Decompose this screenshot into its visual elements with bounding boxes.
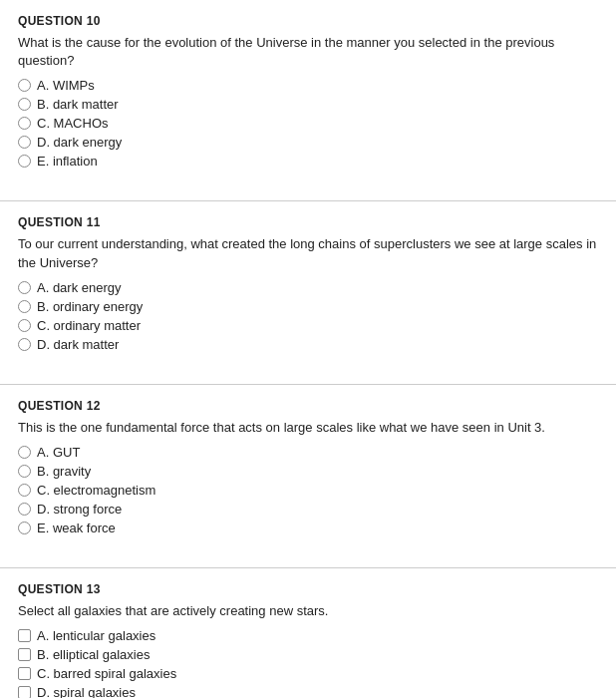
radio-q10d[interactable] bbox=[18, 136, 31, 149]
question-13-block: QUESTION 13 Select all galaxies that are… bbox=[0, 568, 616, 698]
question-13-text: Select all galaxies that are actively cr… bbox=[18, 602, 598, 620]
question-13-label: QUESTION 13 bbox=[18, 582, 598, 596]
option-q11a-label: A. dark energy bbox=[37, 280, 122, 295]
checkbox-q13d[interactable] bbox=[18, 686, 31, 698]
option-q10c-label: C. MACHOs bbox=[37, 116, 109, 131]
question-11-block: QUESTION 11 To our current understanding… bbox=[0, 201, 616, 384]
radio-q12c[interactable] bbox=[18, 484, 31, 497]
option-q13a-label: A. lenticular galaxies bbox=[37, 628, 155, 643]
option-q13d-label: D. spiral galaxies bbox=[37, 685, 136, 698]
question-12-label: QUESTION 12 bbox=[18, 399, 598, 413]
option-q10e-label: E. inflation bbox=[37, 154, 98, 169]
list-item[interactable]: D. strong force bbox=[18, 502, 598, 517]
option-q13c-label: C. barred spiral galaxies bbox=[37, 666, 176, 681]
radio-q11b[interactable] bbox=[18, 300, 31, 313]
list-item[interactable]: B. ordinary energy bbox=[18, 299, 598, 314]
option-q12c-label: C. electromagnetism bbox=[37, 483, 155, 498]
list-item[interactable]: D. dark energy bbox=[18, 135, 598, 150]
question-11-label: QUESTION 11 bbox=[18, 215, 598, 229]
option-q10b-label: B. dark matter bbox=[37, 97, 119, 112]
option-q10a-label: A. WIMPs bbox=[37, 78, 95, 93]
page-container: QUESTION 10 What is the cause for the ev… bbox=[0, 0, 616, 698]
list-item[interactable]: B. gravity bbox=[18, 464, 598, 479]
option-q12b-label: B. gravity bbox=[37, 464, 91, 479]
list-item[interactable]: A. GUT bbox=[18, 445, 598, 460]
list-item[interactable]: E. inflation bbox=[18, 154, 598, 169]
radio-q12b[interactable] bbox=[18, 465, 31, 478]
question-11-text: To our current understanding, what creat… bbox=[18, 235, 598, 271]
radio-q10a[interactable] bbox=[18, 79, 31, 92]
list-item[interactable]: A. lenticular galaxies bbox=[18, 628, 598, 643]
question-10-label: QUESTION 10 bbox=[18, 14, 598, 28]
option-q12d-label: D. strong force bbox=[37, 502, 122, 517]
list-item[interactable]: A. WIMPs bbox=[18, 78, 598, 93]
radio-q10c[interactable] bbox=[18, 117, 31, 130]
checkbox-q13b[interactable] bbox=[18, 648, 31, 661]
option-q12a-label: A. GUT bbox=[37, 445, 80, 460]
list-item[interactable]: D. spiral galaxies bbox=[18, 685, 598, 698]
radio-q12d[interactable] bbox=[18, 503, 31, 516]
option-q11d-label: D. dark matter bbox=[37, 337, 119, 352]
question-10-text: What is the cause for the evolution of t… bbox=[18, 34, 598, 70]
list-item[interactable]: E. weak force bbox=[18, 521, 598, 535]
list-item[interactable]: B. dark matter bbox=[18, 97, 598, 112]
list-item[interactable]: C. MACHOs bbox=[18, 116, 598, 131]
list-item[interactable]: C. electromagnetism bbox=[18, 483, 598, 498]
checkbox-q13c[interactable] bbox=[18, 667, 31, 680]
radio-q10b[interactable] bbox=[18, 98, 31, 111]
list-item[interactable]: C. ordinary matter bbox=[18, 318, 598, 333]
option-q13b-label: B. elliptical galaxies bbox=[37, 647, 150, 662]
list-item[interactable]: A. dark energy bbox=[18, 280, 598, 295]
question-12-block: QUESTION 12 This is the one fundamental … bbox=[0, 385, 616, 568]
list-item[interactable]: B. elliptical galaxies bbox=[18, 647, 598, 662]
radio-q11d[interactable] bbox=[18, 338, 31, 351]
option-q12e-label: E. weak force bbox=[37, 521, 116, 535]
option-q10d-label: D. dark energy bbox=[37, 135, 122, 150]
list-item[interactable]: D. dark matter bbox=[18, 337, 598, 352]
question-12-text: This is the one fundamental force that a… bbox=[18, 419, 598, 437]
radio-q11a[interactable] bbox=[18, 281, 31, 294]
option-q11c-label: C. ordinary matter bbox=[37, 318, 141, 333]
radio-q12e[interactable] bbox=[18, 522, 31, 534]
radio-q12a[interactable] bbox=[18, 446, 31, 459]
option-q11b-label: B. ordinary energy bbox=[37, 299, 143, 314]
radio-q11c[interactable] bbox=[18, 319, 31, 332]
checkbox-q13a[interactable] bbox=[18, 629, 31, 642]
list-item[interactable]: C. barred spiral galaxies bbox=[18, 666, 598, 681]
question-10-block: QUESTION 10 What is the cause for the ev… bbox=[0, 0, 616, 201]
radio-q10e[interactable] bbox=[18, 155, 31, 168]
